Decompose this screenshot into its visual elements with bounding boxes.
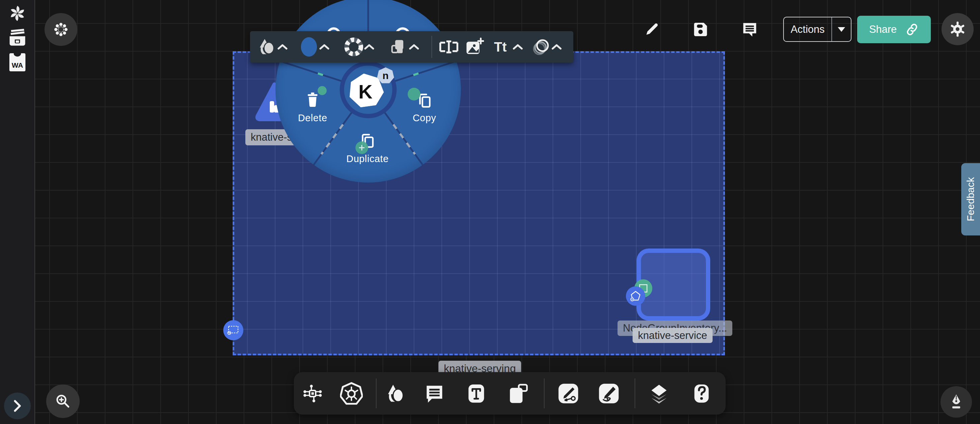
app-logo-pinwheel-icon[interactable] — [8, 4, 27, 23]
node-badge-blue[interactable] — [626, 286, 645, 306]
teal-tick — [413, 72, 419, 76]
opacity-button[interactable] — [531, 37, 551, 57]
duplicate-plus-badge — [355, 141, 368, 154]
comments-icon[interactable] — [741, 21, 759, 38]
node-name-text: knative-service — [638, 330, 707, 342]
text-size-button[interactable]: Tt — [494, 40, 507, 54]
architecture-tool-button[interactable] — [302, 383, 324, 405]
selection-dash-through — [393, 124, 416, 155]
marquee-icon — [227, 325, 240, 336]
archive-icon[interactable] — [7, 27, 28, 48]
copy-status-dot — [408, 88, 420, 100]
kubernetes-tool-button[interactable] — [340, 382, 363, 405]
cluster-flower-icon — [54, 22, 68, 37]
sidebar-expand-button[interactable] — [4, 392, 31, 419]
duplicate-label: Duplicate — [347, 153, 388, 164]
knative-logo-letter: K — [358, 80, 372, 103]
chevron-up-icon[interactable] — [512, 43, 523, 50]
connector-pen-icon — [557, 383, 579, 405]
teal-tick — [318, 72, 323, 76]
delete-status-dot — [318, 86, 327, 95]
toolbar-divider — [544, 378, 544, 408]
webassembly-icon[interactable]: WA — [10, 53, 25, 71]
actions-label: Actions — [791, 24, 825, 35]
cluster-button[interactable] — [45, 13, 77, 46]
freehand-pencil-icon — [598, 383, 620, 405]
menu-item-duplicate[interactable]: Duplicate — [347, 153, 388, 164]
text-size-icon: Tt — [494, 40, 507, 54]
node-name-pill[interactable]: knative-service — [633, 328, 713, 343]
app-window: knative-serving NodeGroupInventory... kn… — [0, 0, 980, 424]
menu-item-copy[interactable]: Copy — [413, 113, 436, 124]
left-sidebar: WA — [0, 0, 35, 424]
settings-button[interactable] — [942, 13, 974, 45]
feedback-tab[interactable]: Feedback — [961, 163, 980, 236]
shapes-tool-button[interactable] — [385, 383, 406, 404]
layers-tool-button[interactable] — [648, 383, 670, 404]
actions-caret-button[interactable] — [832, 18, 851, 41]
share-button[interactable]: Share — [857, 16, 931, 43]
node-width-icon — [439, 38, 459, 55]
selection-handle[interactable] — [223, 320, 243, 340]
settings-gear-icon — [949, 21, 966, 38]
chevron-up-icon[interactable] — [364, 43, 374, 50]
selection-dash-through — [321, 124, 344, 155]
help-icon — [691, 383, 712, 404]
share-label: Share — [869, 24, 897, 35]
pen-nib-icon — [949, 394, 964, 410]
plus-icon — [358, 144, 365, 151]
edit-pencil-icon[interactable] — [643, 21, 661, 38]
card-icon — [508, 383, 529, 404]
layers-icon — [648, 383, 670, 404]
shape-style-button[interactable] — [258, 37, 277, 57]
help-tool-button[interactable] — [691, 383, 712, 404]
text-tool-button[interactable] — [466, 383, 487, 404]
zoom-in-button[interactable] — [46, 384, 80, 418]
menu-item-delete[interactable]: Delete — [298, 113, 327, 124]
pentagon-icon — [629, 289, 642, 303]
freehand-pencil-tool-button[interactable] — [598, 383, 620, 405]
chevron-up-icon[interactable] — [409, 43, 419, 50]
knative-badge-letter: n — [383, 70, 388, 81]
shapes-icon — [385, 383, 406, 404]
tool-palette — [294, 372, 725, 414]
chevron-right-icon — [13, 400, 22, 412]
feedback-label: Feedback — [965, 177, 976, 222]
copy-label: Copy — [413, 113, 436, 123]
fill-color-button[interactable] — [300, 37, 318, 57]
actions-button[interactable]: Actions — [783, 17, 851, 42]
comment-icon — [424, 383, 445, 404]
chevron-up-icon[interactable] — [551, 43, 562, 50]
layer-order-icon — [389, 38, 408, 56]
chevron-up-icon[interactable] — [277, 43, 288, 50]
opacity-icon — [531, 37, 551, 57]
add-image-button[interactable] — [465, 37, 484, 57]
delete-label: Delete — [298, 113, 327, 123]
save-icon[interactable] — [692, 21, 710, 38]
share-link-icon — [904, 22, 920, 37]
menu-divider — [395, 60, 457, 82]
connector-pen-tool-button[interactable] — [557, 383, 579, 405]
text-icon — [466, 383, 487, 404]
pen-mode-button[interactable] — [940, 386, 972, 418]
wa-notch — [14, 51, 21, 57]
shape-style-icon — [258, 37, 277, 57]
node-width-button[interactable] — [439, 38, 459, 55]
toolbar-divider — [431, 36, 432, 58]
border-style-button[interactable] — [344, 37, 364, 57]
layer-order-button[interactable] — [389, 38, 408, 56]
chevron-up-icon[interactable] — [319, 43, 330, 50]
caret-down-icon — [838, 27, 845, 32]
comment-tool-button[interactable] — [424, 383, 445, 404]
toolbar-divider — [376, 378, 377, 408]
border-style-icon — [344, 37, 364, 57]
architecture-icon — [302, 383, 324, 405]
trash-icon[interactable] — [305, 91, 320, 108]
fill-color-swatch — [300, 37, 318, 57]
style-toolbar: Tt — [250, 31, 573, 63]
kubernetes-icon — [340, 382, 363, 405]
wa-text: WA — [12, 61, 23, 71]
card-tool-button[interactable] — [508, 383, 529, 404]
add-image-icon — [465, 37, 484, 57]
zoom-in-icon — [55, 393, 71, 409]
